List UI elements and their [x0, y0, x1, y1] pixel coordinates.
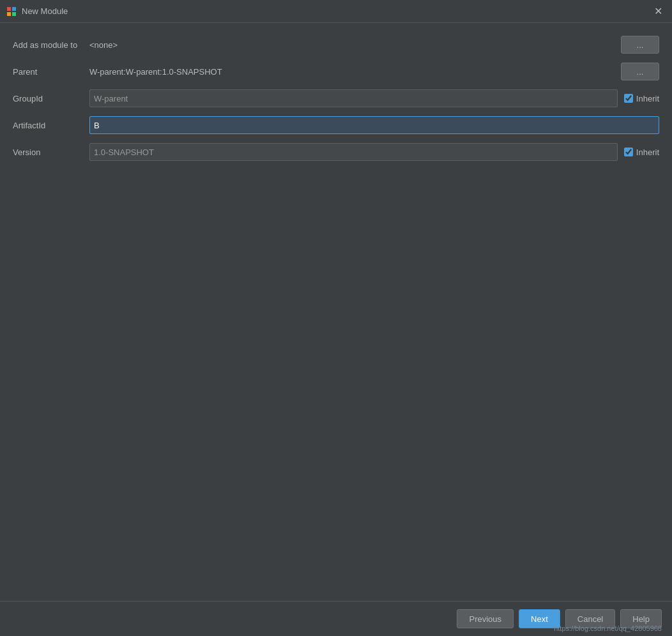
- next-button[interactable]: Next: [519, 609, 560, 628]
- group-id-inherit-label: Inherit: [636, 94, 659, 103]
- version-input[interactable]: [89, 143, 618, 161]
- version-inherit-checkbox[interactable]: [624, 148, 633, 156]
- parent-label: Parent: [13, 67, 89, 77]
- add-as-module-label: Add as module to: [13, 40, 89, 50]
- parent-browse-button[interactable]: ...: [621, 63, 659, 80]
- help-button[interactable]: Help: [620, 609, 662, 628]
- version-inherit-group: Inherit: [624, 148, 659, 157]
- add-as-module-row: Add as module to <none> ...: [13, 36, 659, 54]
- group-id-label: GroupId: [13, 94, 89, 103]
- parent-row: Parent W-parent:W-parent:1.0-SNAPSHOT ..…: [13, 63, 659, 80]
- group-id-inherit-checkbox[interactable]: [624, 94, 633, 103]
- version-row: Version Inherit: [13, 143, 659, 161]
- group-id-row: GroupId Inherit: [13, 89, 659, 107]
- app-icon: [6, 6, 17, 17]
- title-bar: New Module ✕: [0, 0, 672, 23]
- add-as-module-value: <none>: [89, 40, 615, 50]
- svg-rect-1: [12, 7, 16, 11]
- bottom-bar: Previous Next Cancel Help https://blog.c…: [0, 601, 672, 636]
- cancel-button[interactable]: Cancel: [565, 609, 615, 628]
- add-as-module-browse-button[interactable]: ...: [621, 36, 659, 54]
- parent-value: W-parent:W-parent:1.0-SNAPSHOT: [89, 67, 615, 77]
- svg-rect-0: [7, 7, 11, 11]
- group-id-input[interactable]: [89, 89, 618, 107]
- artifact-id-input[interactable]: [89, 116, 659, 134]
- svg-rect-3: [12, 12, 16, 16]
- version-label: Version: [13, 148, 89, 157]
- dialog-title: New Module: [22, 6, 650, 16]
- dialog-content: Add as module to <none> ... Parent W-par…: [0, 23, 672, 601]
- svg-rect-2: [7, 12, 11, 16]
- artifact-id-label: ArtifactId: [13, 121, 89, 130]
- close-button[interactable]: ✕: [650, 4, 666, 19]
- version-inherit-label: Inherit: [636, 148, 659, 157]
- group-id-inherit-group: Inherit: [624, 94, 659, 103]
- artifact-id-row: ArtifactId: [13, 116, 659, 134]
- previous-button[interactable]: Previous: [457, 609, 514, 628]
